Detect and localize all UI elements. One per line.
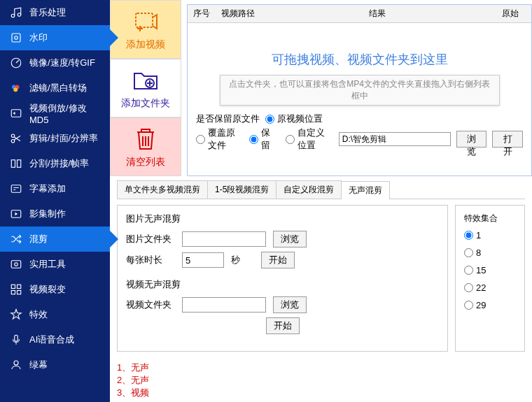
tab-silent[interactable]: 无声混剪 [341,181,390,199]
overwrite-radio[interactable]: 覆盖原文件 [196,127,244,152]
add-folder-button[interactable]: 添加文件夹 [110,59,181,117]
drop-hint: 可拖拽视频、视频文件夹到这里 [188,51,531,68]
sidebar-item-label: 剪辑/封面/分辨率 [29,132,98,145]
note-1: 1、无声 [117,361,525,374]
sidebar-item-fission[interactable]: 视频裂变 [0,277,110,302]
img-browse-button[interactable]: 浏览 [273,231,307,247]
shuffle-icon [10,233,22,245]
music-icon [10,6,22,19]
img-folder-input[interactable] [182,231,266,247]
vid-start-button[interactable]: 开始 [266,317,300,334]
tab-custom-seg[interactable]: 自定义段混剪 [276,180,342,199]
col-index: 序号 [188,8,216,20]
sidebar-item-album[interactable]: 影集制作 [0,201,110,227]
tab-multi-video[interactable]: 单文件夹多视频混剪 [117,180,208,199]
reverse-icon [10,107,22,120]
voice-icon [10,333,22,346]
sidebar-item-label: 音乐处理 [29,6,66,19]
effect-opt-1[interactable]: 1 [464,230,516,241]
trash-icon [132,125,160,153]
sidebar-item-label: 视频裂变 [29,283,66,296]
sidebar-item-label: 镜像/速度/转GIF [29,57,95,69]
clear-list-button[interactable]: 清空列表 [110,117,181,176]
action-label: 清空列表 [126,156,165,168]
svg-rect-17 [11,285,15,288]
tab-row: 单文件夹多视频混剪 1-5段视频混剪 自定义段混剪 无声混剪 [117,180,525,199]
table-header: 序号 视频路径 结果 原始 [188,5,531,23]
svg-point-3 [15,36,18,40]
sidebar-item-label: 视频倒放/修改MD5 [29,102,100,125]
svg-point-1 [18,13,21,17]
effect-opt-15[interactable]: 15 [464,265,516,275]
svg-point-7 [13,87,18,92]
svg-rect-19 [11,291,15,294]
keep-radio[interactable]: 保留 [249,127,274,152]
video-list-panel: 序号 视频路径 结果 原始 可拖拽视频、视频文件夹到这里 点击文件夹，也可以直接… [187,4,532,176]
tab-1-5-seg[interactable]: 1-5段视频混剪 [207,180,276,199]
effect-opt-8[interactable]: 8 [464,247,516,258]
sidebar-item-label: 影集制作 [29,208,66,220]
add-video-icon [132,8,160,36]
sidebar-item-label: 特效 [29,308,48,321]
effect-opt-29[interactable]: 29 [464,300,516,310]
svg-rect-8 [11,110,21,117]
sidebar-item-split[interactable]: 分割/拼接/帧率 [0,151,110,176]
vid-group-title: 视频无声混剪 [126,278,439,291]
subtitle-icon [10,182,22,195]
sidebar-item-tools[interactable]: 实用工具 [0,252,110,277]
sidebar-item-reverse[interactable]: 视频倒放/修改MD5 [0,101,110,126]
col-original: 原始 [496,8,531,20]
gauge-icon [10,57,22,69]
svg-rect-13 [11,185,21,193]
split-icon [10,157,22,170]
sidebar-item-subtitle[interactable]: 字幕添加 [0,176,110,201]
sidebar-item-label: 滤镜/黑白转场 [29,82,87,94]
svg-point-0 [11,14,15,17]
svg-point-16 [15,263,18,266]
sidebar: 音乐处理 水印 镜像/速度/转GIF 滤镜/黑白转场 视频倒放/修改MD5 剪辑… [0,0,110,402]
sidebar-item-mirror[interactable]: 镜像/速度/转GIF [0,50,110,76]
open-button[interactable]: 打开 [492,131,523,148]
sidebar-item-aivoice[interactable]: AI语音合成 [0,327,110,352]
silent-mix-panel: 图片无声混剪 图片文件夹 浏览 每张时长 秒 开始 视频无声混剪 [117,205,448,352]
seconds-label: 秒 [231,254,240,266]
sidebar-item-effects[interactable]: 特效 [0,302,110,327]
add-video-button[interactable]: 添加视频 [110,0,181,59]
col-result: 结果 [363,8,496,20]
svg-rect-20 [18,291,21,294]
add-folder-icon [132,66,160,94]
effect-opt-22[interactable]: 22 [464,282,516,293]
sidebar-item-label: 实用工具 [29,258,66,271]
album-icon [10,208,22,220]
vid-browse-button[interactable]: 浏览 [273,296,307,313]
tools-icon [10,258,22,271]
img-folder-label: 图片文件夹 [126,233,175,245]
sidebar-item-watermark[interactable]: 水印 [0,25,110,50]
orig-position-radio[interactable]: 原视频位置 [265,113,323,125]
keep-original-label: 是否保留原文件 [196,113,260,125]
sidebar-item-label: 水印 [29,31,48,44]
custom-position-radio[interactable]: 自定义位置 [286,127,333,152]
sidebar-item-clip[interactable]: 剪辑/封面/分辨率 [0,126,110,151]
svg-rect-2 [12,34,20,42]
image-silent-group: 图片无声混剪 图片文件夹 浏览 每张时长 秒 开始 [126,213,439,268]
browse-button[interactable]: 浏览 [456,131,487,148]
sidebar-item-filter[interactable]: 滤镜/黑白转场 [0,76,110,101]
svg-rect-12 [18,160,21,168]
vid-folder-input[interactable] [182,297,266,313]
drop-zone[interactable]: 可拖拽视频、视频文件夹到这里 点击文件夹，也可以直接将包含MP4文件的文件夹直接… [188,23,531,106]
greenscreen-icon [10,359,22,371]
sidebar-item-greenscreen[interactable]: 绿幕 [0,352,110,378]
vid-folder-label: 视频文件夹 [126,299,175,311]
img-start-button[interactable]: 开始 [261,252,295,268]
output-options: 是否保留原文件 原视频位置 覆盖原文件 保留 自定义位置 浏览 打开 [188,111,531,153]
img-group-title: 图片无声混剪 [126,213,439,225]
sidebar-item-label: 绿幕 [29,359,48,371]
sidebar-item-mix[interactable]: 混剪 [0,227,110,252]
sidebar-item-music[interactable]: 音乐处理 [0,0,110,25]
stamp-icon [10,31,22,44]
output-path-input[interactable] [339,132,451,146]
each-duration-label: 每张时长 [126,254,175,266]
palette-icon [10,82,22,94]
duration-input[interactable] [182,252,224,268]
